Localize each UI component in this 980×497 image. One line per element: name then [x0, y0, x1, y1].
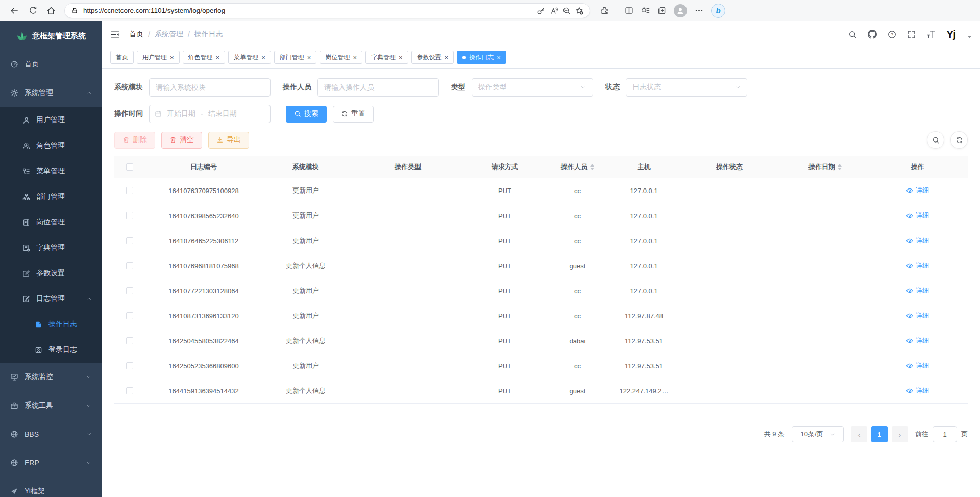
row-checkbox[interactable] — [126, 387, 133, 394]
sort-asc-icon[interactable] — [838, 164, 842, 167]
sidebar-group-system[interactable]: 系统管理 — [0, 79, 102, 107]
row-checkbox[interactable] — [126, 237, 133, 244]
tab-operation-log[interactable]: 操作日志× — [457, 51, 506, 64]
tab-menu-mgmt[interactable]: 菜单管理× — [228, 51, 271, 64]
detail-link[interactable]: 详细 — [906, 311, 929, 320]
sidebar-item-posts[interactable]: 岗位管理 — [0, 209, 102, 235]
tab-close-icon[interactable]: × — [216, 54, 220, 61]
sidebar-item-yi-framework[interactable]: Yi框架 — [0, 477, 102, 497]
sidebar-group-logs[interactable]: 日志管理 — [0, 286, 102, 312]
row-checkbox[interactable] — [126, 212, 133, 219]
tab-close-icon[interactable]: × — [170, 54, 174, 61]
sidebar-group-bbs[interactable]: BBS — [0, 420, 102, 448]
date-range-picker[interactable]: 开始日期 - 结束日期 — [149, 105, 271, 123]
browser-home-button[interactable] — [43, 3, 59, 19]
clear-button[interactable]: 清空 — [161, 132, 202, 149]
sidebar-item-menus[interactable]: 菜单管理 — [0, 158, 102, 184]
tab-param-settings[interactable]: 参数设置× — [411, 51, 454, 64]
detail-link[interactable]: 详细 — [906, 211, 929, 220]
tab-home[interactable]: 首页 — [110, 51, 134, 64]
tab-dept-mgmt[interactable]: 部门管理× — [274, 51, 317, 64]
caret-down-icon[interactable] — [967, 35, 972, 39]
font-size-icon[interactable] — [926, 30, 936, 39]
detail-link[interactable]: 详细 — [906, 386, 929, 395]
sidebar-group-erp[interactable]: ERP — [0, 448, 102, 477]
header-search-icon[interactable] — [848, 30, 857, 39]
detail-link[interactable]: 详细 — [906, 261, 929, 270]
breadcrumb-system[interactable]: 系统管理 — [155, 30, 183, 39]
sidebar-item-operation-log[interactable]: 操作日志 — [0, 312, 102, 337]
address-bar[interactable]: https://ccnetcore.com:1101/system/log/op… — [64, 3, 590, 18]
sort-desc-icon[interactable] — [590, 168, 594, 170]
detail-link[interactable]: 详细 — [906, 361, 929, 370]
status-filter-select[interactable]: 日志状态 — [626, 78, 747, 97]
row-checkbox[interactable] — [126, 262, 133, 269]
table-search-toggle-button[interactable] — [927, 131, 944, 149]
sort-control[interactable] — [590, 164, 594, 170]
browser-back-button[interactable] — [6, 3, 22, 19]
tab-close-icon[interactable]: × — [399, 54, 403, 61]
browser-menu-icon[interactable] — [695, 6, 703, 15]
page-size-select[interactable]: 10条/页 — [792, 426, 844, 442]
type-filter-select[interactable]: 操作类型 — [472, 78, 593, 97]
sidebar-item-dictionary[interactable]: 字典管理 — [0, 235, 102, 261]
sidebar-item-parameters[interactable]: 参数设置 — [0, 261, 102, 286]
row-checkbox[interactable] — [126, 187, 133, 194]
sidebar-item-roles[interactable]: 角色管理 — [0, 133, 102, 158]
tab-close-icon[interactable]: × — [497, 54, 501, 61]
sort-desc-icon[interactable] — [838, 168, 842, 170]
url-text[interactable]: https://ccnetcore.com:1101/system/log/op… — [83, 7, 532, 14]
zoom-out-icon[interactable] — [562, 7, 571, 15]
export-button[interactable]: 导出 — [208, 132, 249, 149]
tab-role-mgmt[interactable]: 角色管理× — [183, 51, 226, 64]
detail-link[interactable]: 详细 — [906, 236, 929, 245]
collapse-sidebar-button[interactable] — [110, 30, 120, 39]
sort-asc-icon[interactable] — [590, 164, 594, 167]
split-screen-icon[interactable] — [625, 6, 633, 15]
add-favorite-icon[interactable] — [575, 7, 583, 15]
read-aloud-icon[interactable] — [550, 7, 558, 15]
github-icon[interactable] — [868, 30, 877, 39]
tab-user-mgmt[interactable]: 用户管理× — [137, 51, 180, 64]
collections-icon[interactable] — [657, 6, 666, 15]
browser-refresh-button[interactable] — [24, 3, 41, 19]
sort-control[interactable] — [838, 164, 842, 170]
password-key-icon[interactable] — [537, 7, 545, 15]
tab-dict-mgmt[interactable]: 字典管理× — [365, 51, 408, 64]
tab-close-icon[interactable]: × — [307, 54, 311, 61]
help-icon[interactable]: ? — [888, 30, 896, 39]
detail-link[interactable]: 详细 — [906, 336, 929, 345]
sidebar-group-monitor[interactable]: 系统监控 — [0, 363, 102, 391]
table-refresh-button[interactable] — [950, 131, 968, 149]
search-button[interactable]: 搜索 — [286, 106, 327, 123]
delete-button[interactable]: 删除 — [114, 132, 155, 149]
sidebar-item-login-log[interactable]: 登录日志 — [0, 337, 102, 363]
goto-page-input[interactable] — [933, 426, 957, 442]
sidebar-group-tools[interactable]: 系统工具 — [0, 391, 102, 420]
prev-page-button[interactable]: ‹ — [851, 426, 867, 442]
next-page-button[interactable]: › — [892, 426, 908, 442]
row-checkbox[interactable] — [126, 312, 133, 319]
page-1-button[interactable]: 1 — [871, 426, 888, 442]
tab-close-icon[interactable]: × — [445, 54, 449, 61]
yj-brand-logo[interactable]: Yj — [946, 28, 955, 40]
row-checkbox[interactable] — [126, 362, 133, 369]
detail-link[interactable]: 详细 — [906, 186, 929, 195]
bing-copilot-icon[interactable]: b — [711, 4, 725, 18]
operator-filter-input[interactable] — [317, 78, 439, 97]
tab-close-icon[interactable]: × — [353, 54, 357, 61]
sidebar-item-users[interactable]: 用户管理 — [0, 107, 102, 133]
sidebar-item-departments[interactable]: 部门管理 — [0, 184, 102, 209]
reset-button[interactable]: 重置 — [333, 106, 374, 123]
profile-avatar[interactable] — [674, 4, 687, 17]
select-all-checkbox[interactable] — [126, 163, 133, 171]
detail-link[interactable]: 详细 — [906, 286, 929, 295]
favorites-bar-icon[interactable] — [641, 6, 650, 15]
tab-close-icon[interactable]: × — [261, 54, 265, 61]
module-filter-input[interactable] — [149, 78, 271, 97]
tab-post-mgmt[interactable]: 岗位管理× — [320, 51, 362, 64]
row-checkbox[interactable] — [126, 337, 133, 344]
row-checkbox[interactable] — [126, 287, 133, 294]
extensions-puzzle-icon[interactable] — [600, 6, 609, 15]
fullscreen-icon[interactable] — [907, 30, 916, 39]
